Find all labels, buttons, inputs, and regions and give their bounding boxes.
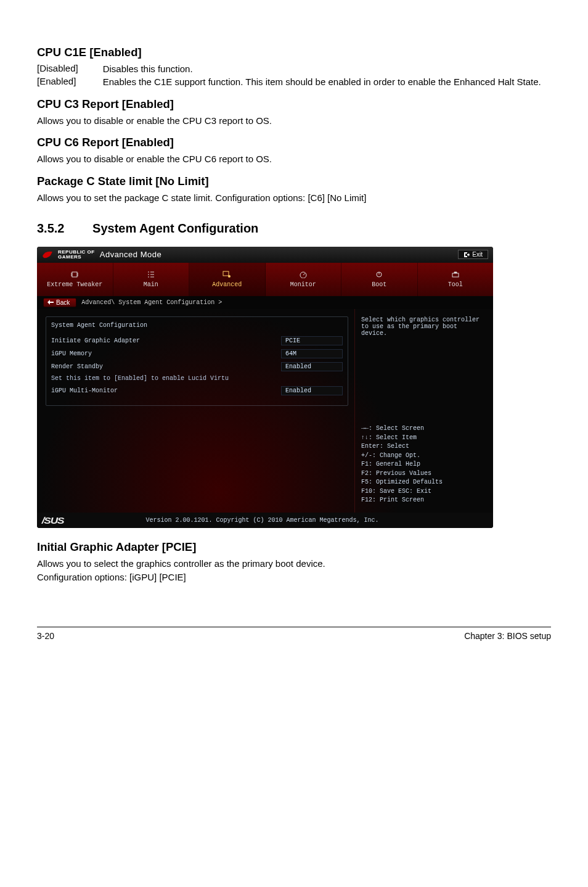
tab-monitor[interactable]: Monitor	[266, 263, 342, 296]
arrow-left-icon	[47, 300, 54, 305]
opt-val: Enables the C1E support function. This i…	[103, 76, 541, 89]
group-title: System Agent Configuration	[51, 322, 343, 329]
tab-extreme-tweaker[interactable]: Extreme Tweaker	[37, 263, 113, 296]
tool-icon	[451, 270, 460, 279]
power-icon	[374, 270, 384, 279]
key-legend: →←: Select Screen ↑↓: Select Item Enter:…	[361, 424, 487, 505]
page-number: 3-20	[37, 631, 54, 641]
tab-boot[interactable]: Boot	[341, 263, 418, 296]
heading-cpu-c3: CPU C3 Report [Enabled]	[37, 97, 551, 111]
section-heading: 3.5.2 System Agent Configuration	[37, 221, 551, 236]
heading-pkg-c: Package C State limit [No Limit]	[37, 175, 551, 188]
back-button[interactable]: Back	[43, 298, 76, 307]
heading-initial-graphic-adapter: Initial Graphic Adapter [PCIE]	[37, 540, 551, 554]
option-table-c1e: [Disabled] Disables this function. [Enab…	[37, 63, 541, 89]
tab-main[interactable]: Main	[113, 263, 190, 296]
svg-rect-1	[223, 271, 229, 276]
desc-pkg-c: Allows you to set the package C state li…	[37, 192, 551, 204]
monitor-icon	[298, 270, 308, 279]
row-label: iGPU Memory	[51, 350, 281, 357]
desc-cpu-c3: Allows you to disable or enable the CPU …	[37, 115, 551, 127]
row-value[interactable]: Enabled	[281, 386, 343, 395]
svg-rect-5	[452, 273, 459, 277]
row-render-standby[interactable]: Render Standby Enabled	[51, 362, 343, 371]
row-label: Initiate Graphic Adapter	[51, 337, 281, 344]
chip-icon	[70, 270, 80, 279]
bios-footer-text: Version 2.00.1201. Copyright (C) 2010 Am…	[68, 517, 493, 524]
exit-button[interactable]: Exit	[458, 250, 488, 259]
row-value[interactable]: 64M	[281, 349, 343, 358]
svg-point-2	[228, 275, 231, 278]
page-footer: 3-20 Chapter 3: BIOS setup	[37, 627, 551, 641]
tab-tool[interactable]: Tool	[418, 263, 494, 296]
bios-titlebar: REPUBLIC OF GAMERS Advanced Mode Exit	[37, 247, 493, 263]
bios-side-panel: Select which graphics controller to use …	[354, 309, 493, 513]
bios-tabs: Extreme Tweaker Main Advanced Monitor Bo…	[37, 263, 493, 296]
row-igpu-multi-monitor[interactable]: iGPU Multi-Monitor Enabled	[51, 386, 343, 395]
bios-mode-title: Advanced Mode	[100, 250, 161, 259]
heading-cpu-c1e: CPU C1E [Enabled]	[37, 46, 551, 59]
exit-icon	[463, 252, 470, 258]
rog-brand-text: REPUBLIC OF GAMERS	[58, 250, 95, 260]
config-group: System Agent Configuration Initiate Grap…	[46, 316, 348, 406]
rog-logo-icon	[42, 250, 53, 259]
row-value[interactable]: PCIE	[281, 336, 343, 345]
section-title: System Agent Configuration	[92, 221, 258, 235]
chapter-label: Chapter 3: BIOS setup	[464, 631, 551, 641]
row-value[interactable]: Enabled	[281, 362, 343, 371]
opt-key: [Disabled]	[37, 63, 103, 76]
opt-key: [Enabled]	[37, 76, 103, 89]
desc-iga-1: Allows you to select the graphics contro…	[37, 558, 551, 570]
opt-val: Disables this function.	[103, 63, 541, 76]
row-label: iGPU Multi-Monitor	[51, 387, 281, 394]
section-number: 3.5.2	[37, 221, 64, 236]
bios-main-panel: System Agent Configuration Initiate Grap…	[37, 309, 354, 513]
breadcrumb: Advanced\ System Agent Configuration >	[81, 299, 222, 306]
list-icon	[146, 270, 156, 279]
advanced-icon	[222, 270, 232, 279]
bios-screenshot: REPUBLIC OF GAMERS Advanced Mode Exit Ex…	[37, 247, 493, 528]
asus-logo: /SUS	[37, 515, 71, 526]
row-label: Render Standby	[51, 363, 281, 370]
heading-cpu-c6: CPU C6 Report [Enabled]	[37, 136, 551, 149]
bios-footer: /SUS Version 2.00.1201. Copyright (C) 20…	[37, 513, 493, 528]
desc-iga-2: Configuration options: [iGPU] [PCIE]	[37, 571, 551, 584]
svg-rect-0	[72, 272, 77, 277]
desc-cpu-c6: Allows you to disable or enable the CPU …	[37, 153, 551, 165]
multi-monitor-hint: Set this item to [Enabled] to enable Luc…	[51, 375, 343, 383]
help-text: Select which graphics controller to use …	[361, 316, 487, 337]
bios-breadcrumb-row: Back Advanced\ System Agent Configuratio…	[37, 296, 493, 309]
row-igpu-memory[interactable]: iGPU Memory 64M	[51, 349, 343, 358]
row-initiate-graphic-adapter[interactable]: Initiate Graphic Adapter PCIE	[51, 336, 343, 345]
tab-advanced[interactable]: Advanced	[189, 263, 266, 296]
